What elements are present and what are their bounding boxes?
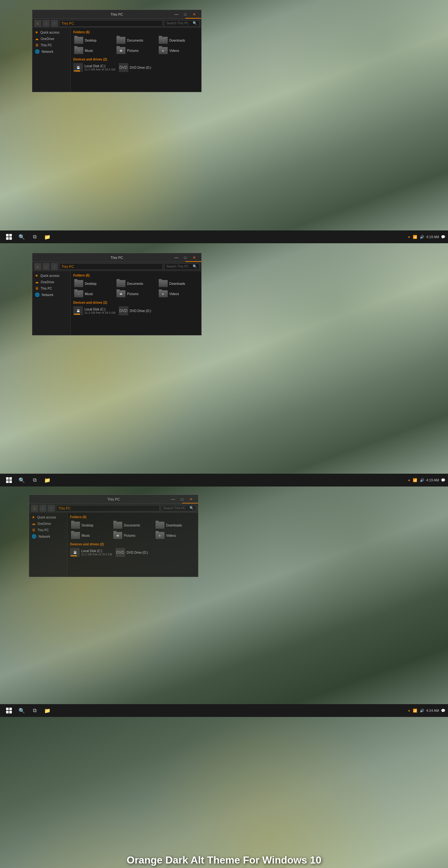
folder-pictures-icon-2 (117, 290, 125, 297)
folder-pictures-3[interactable]: Pictures (112, 531, 153, 540)
folder-documents-2[interactable]: Documents (116, 279, 157, 288)
forward-btn-2[interactable]: › (42, 263, 50, 270)
start-btn-3[interactable] (3, 704, 15, 717)
drive-d-name-1: DVD Drive (D:) (130, 66, 151, 69)
minimize-btn-3[interactable]: — (169, 495, 178, 504)
folder-music-3[interactable]: Music (70, 531, 111, 540)
folder-documents-3[interactable]: Documents (112, 521, 153, 530)
sidebar-network-1[interactable]: 🌐 Network (32, 48, 70, 55)
folder-music-icon-2 (74, 290, 83, 297)
address-bar-3[interactable]: This PC (56, 505, 160, 512)
sidebar-quickaccess-1[interactable]: ★ Quick access (32, 29, 70, 35)
notification-btn-1[interactable]: 💬 (441, 235, 445, 239)
folder-music-2[interactable]: Music (73, 289, 114, 298)
forward-btn-3[interactable]: › (39, 505, 46, 512)
sidebar-onedrive-2[interactable]: ☁ OneDrive (32, 279, 70, 285)
folder-desktop-1[interactable]: Desktop (73, 36, 114, 45)
network-label-1: Network (42, 50, 54, 54)
drives-header-2: Devices and drives (2) (73, 301, 199, 304)
folder-desktop-icon-3 (71, 522, 80, 529)
search-btn-2[interactable]: 🔍 (15, 474, 28, 487)
address-bar-2[interactable]: This PC (59, 264, 163, 270)
drives-list-1: 💾 Local Disk (C:) 21.2 GB free of 29.5 G… (73, 63, 199, 72)
back-btn-2[interactable]: ‹ (34, 263, 41, 270)
search-bar-1[interactable]: Search This PC 🔍 (164, 20, 199, 27)
sidebar-quickaccess-3[interactable]: ★ Quick access (29, 514, 67, 520)
folder-documents-1[interactable]: Documents (116, 36, 157, 45)
drive-c-3[interactable]: 💾 Local Disk (C:) 21.2 GB free of 29.5 G… (70, 548, 112, 557)
minimize-btn-2[interactable]: — (172, 253, 181, 262)
drive-d-2[interactable]: DVD DVD Drive (D:) (119, 306, 151, 315)
folder-videos-1[interactable]: Videos (158, 46, 199, 55)
taskview-btn-2[interactable]: ⧉ (28, 474, 41, 487)
close-btn-1[interactable]: ✕ (190, 10, 199, 19)
folder-music-1[interactable]: Music (73, 46, 114, 55)
taskbar-2: 🔍 ⧉ 📁 ● 📶 🔊 4:19 AM 💬 (0, 474, 448, 487)
sidebar-onedrive-1[interactable]: ☁ OneDrive (32, 35, 70, 42)
folder-videos-2[interactable]: Videos (158, 289, 199, 298)
close-btn-3[interactable]: ✕ (187, 495, 195, 504)
maximize-btn-2[interactable]: □ (181, 253, 190, 262)
thispc-label-3: This PC (37, 528, 49, 532)
drive-c-1[interactable]: 💾 Local Disk (C:) 21.2 GB free of 29.5 G… (73, 63, 116, 72)
titlebar-3: This PC — □ ✕ (29, 495, 198, 504)
titlebar-2: This PC — □ ✕ (32, 253, 201, 262)
folder-pictures-2[interactable]: Pictures (116, 289, 157, 298)
search-bar-2[interactable]: Search This PC 🔍 (164, 264, 199, 270)
start-btn-2[interactable] (3, 474, 15, 487)
folder-desktop-label-3: Desktop (82, 524, 93, 527)
search-bar-3[interactable]: Search This PC 🔍 (161, 505, 196, 512)
drive-c-2[interactable]: 💾 Local Disk (C:) 21.2 GB free of 29.5 G… (73, 306, 116, 315)
sidebar-thispc-2[interactable]: 🖥 This PC (32, 285, 70, 291)
folder-downloads-3[interactable]: Downloads (155, 521, 195, 530)
explorer-body-2: ★ Quick access ☁ OneDrive 🖥 This PC 🌐 Ne… (32, 271, 201, 335)
drive-c-name-1: Local Disk (C:) (85, 64, 116, 68)
taskview-btn-1[interactable]: ⧉ (28, 230, 41, 243)
sidebar-quickaccess-2[interactable]: ★ Quick access (32, 272, 70, 279)
maximize-btn-1[interactable]: □ (181, 10, 190, 19)
folder-desktop-3[interactable]: Desktop (70, 521, 111, 530)
explorer-btn-3[interactable]: 📁 (41, 704, 54, 717)
sidebar-thispc-1[interactable]: 🖥 This PC (32, 42, 70, 48)
drive-d-1[interactable]: DVD DVD Drive (D:) (119, 63, 151, 72)
start-btn-1[interactable] (3, 230, 15, 243)
minimize-btn-1[interactable]: — (172, 10, 181, 19)
explorer-btn-1[interactable]: 📁 (41, 230, 54, 243)
folder-pictures-1[interactable]: Pictures (116, 46, 157, 55)
sidebar-network-3[interactable]: 🌐 Network (29, 533, 67, 539)
sidebar-thispc-3[interactable]: 🖥 This PC (29, 527, 67, 533)
search-btn-3[interactable]: 🔍 (15, 704, 28, 717)
explorer-window-2: This PC — □ ✕ ‹ › ↑ This PC Search This … (32, 253, 201, 335)
folder-downloads-2[interactable]: Downloads (158, 279, 199, 288)
folder-downloads-1[interactable]: Downloads (158, 36, 199, 45)
folders-grid-3: Desktop Documents Downloads Music (70, 521, 195, 540)
sidebar-onedrive-3[interactable]: ☁ OneDrive (29, 520, 67, 527)
folder-documents-label-2: Documents (127, 282, 143, 285)
forward-btn-1[interactable]: › (42, 20, 50, 27)
folder-videos-3[interactable]: Videos (155, 531, 195, 540)
up-btn-1[interactable]: ↑ (51, 20, 58, 27)
search-btn-1[interactable]: 🔍 (15, 230, 28, 243)
address-bar-1[interactable]: This PC (59, 20, 163, 27)
explorer-window-1: This PC — □ ✕ ‹ › ↑ This PC Search This … (32, 9, 201, 92)
up-btn-3[interactable]: ↑ (48, 505, 55, 512)
toolbar-3: ‹ › ↑ This PC Search This PC 🔍 (29, 504, 198, 513)
folder-documents-icon-1 (117, 37, 125, 44)
taskview-btn-3[interactable]: ⧉ (28, 704, 41, 717)
maximize-btn-3[interactable]: □ (178, 495, 187, 504)
notification-btn-2[interactable]: 💬 (441, 478, 445, 482)
back-btn-1[interactable]: ‹ (34, 20, 41, 27)
folder-pictures-label-1: Pictures (127, 49, 138, 53)
close-btn-2[interactable]: ✕ (190, 253, 199, 262)
folder-music-label-1: Music (85, 49, 93, 53)
folder-desktop-2[interactable]: Desktop (73, 279, 114, 288)
explorer-btn-2[interactable]: 📁 (41, 474, 54, 487)
notification-btn-3[interactable]: 💬 (441, 709, 445, 713)
drive-d-name-2: DVD Drive (D:) (130, 309, 151, 313)
drive-d-3[interactable]: DVD DVD Drive (D:) (116, 548, 148, 557)
back-btn-3[interactable]: ‹ (31, 505, 38, 512)
up-btn-2[interactable]: ↑ (51, 263, 58, 270)
sidebar-network-2[interactable]: 🌐 Network (32, 291, 70, 298)
search-placeholder-1: Search This PC (166, 22, 189, 25)
drive-c-icon-3: 💾 (70, 548, 80, 557)
